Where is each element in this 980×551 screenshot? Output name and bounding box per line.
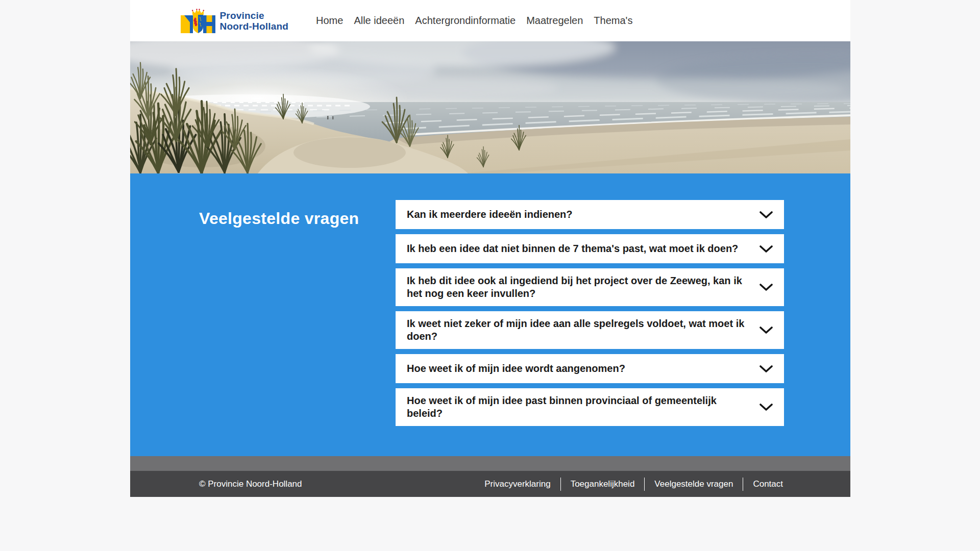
main-nav: Home Alle ideeën Achtergrondinformatie M… [316,15,632,27]
faq-item[interactable]: Hoe weet ik of mijn idee wordt aangenome… [396,354,784,383]
footer-link-privacyverklaring[interactable]: Privacyverklaring [475,479,560,489]
nav-item-themas[interactable]: Thema's [594,15,632,27]
faq-question: Kan ik meerdere ideeën indienen? [407,208,587,221]
chevron-down-icon[interactable] [760,327,773,334]
logo-text: Provincie Noord-Holland [220,10,289,32]
faq-question: Hoe weet ik of mijn idee wordt aangenome… [407,362,640,375]
chevron-down-icon[interactable] [760,245,773,253]
faq-question: Hoe weet ik of mijn idee past binnen pro… [407,394,760,420]
page-title: Veelgestelde vragen [199,209,373,228]
faq-list: Kan ik meerdere ideeën indienen? Ik heb … [396,200,784,426]
chevron-down-icon[interactable] [760,365,773,372]
nh-logo-mark-icon [181,9,215,33]
chevron-down-icon[interactable] [760,284,773,291]
faq-section: Veelgestelde vragen Kan ik meerdere idee… [130,173,850,456]
hero-image [130,41,850,173]
site-footer: © Provincie Noord-Holland Privacyverklar… [130,471,850,497]
faq-question: Ik weet niet zeker of mijn idee aan alle… [407,317,760,343]
footer-link-veelgestelde-vragen[interactable]: Veelgestelde vragen [645,479,743,489]
faq-title-column: Veelgestelde vragen [196,200,396,228]
faq-item[interactable]: Kan ik meerdere ideeën indienen? [396,200,784,229]
faq-item[interactable]: Hoe weet ik of mijn idee past binnen pro… [396,388,784,426]
faq-item[interactable]: Ik heb een idee dat niet binnen de 7 the… [396,234,784,263]
logo-text-line1: Provincie [220,10,289,21]
footer-copyright: © Provincie Noord-Holland [199,479,302,489]
footer-link-toegankelijkheid[interactable]: Toegankelijkheid [561,479,645,489]
nav-item-achtergrondinformatie[interactable]: Achtergrondinformatie [415,15,516,27]
footer-accent-strip [130,456,850,471]
logo-text-line2: Noord-Holland [220,21,289,32]
nh-logo[interactable]: Provincie Noord-Holland [181,9,289,33]
faq-question: Ik heb een idee dat niet binnen de 7 the… [407,242,752,255]
nav-item-alle-ideeen[interactable]: Alle ideeën [354,15,404,27]
footer-link-contact[interactable]: Contact [743,479,784,489]
chevron-down-icon[interactable] [760,211,773,218]
chevron-down-icon[interactable] [760,404,773,411]
site-header: Provincie Noord-Holland Home Alle ideeën… [130,0,850,41]
page-card: Provincie Noord-Holland Home Alle ideeën… [130,0,850,497]
nav-item-maatregelen[interactable]: Maatregelen [526,15,583,27]
faq-question: Ik heb dit idee ook al ingediend bij het… [407,274,760,300]
nav-item-home[interactable]: Home [316,15,343,27]
footer-links: Privacyverklaring Toegankelijkheid Veelg… [475,478,784,491]
faq-item[interactable]: Ik heb dit idee ook al ingediend bij het… [396,268,784,306]
faq-item[interactable]: Ik weet niet zeker of mijn idee aan alle… [396,311,784,349]
